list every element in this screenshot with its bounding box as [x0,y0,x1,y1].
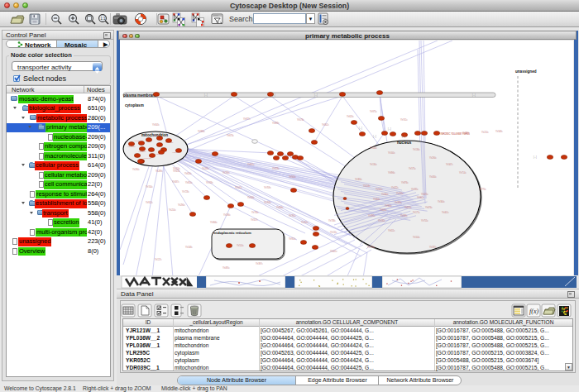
svg-text:Ylr951c: Ylr951c [289,237,296,241]
svg-text:Ylr510c: Ylr510c [237,244,244,247]
svg-text:cytoplasm: cytoplasm [125,103,144,108]
svg-text:Ylr294c: Ylr294c [132,168,140,171]
svg-text:Ylr749c: Ylr749c [206,181,213,184]
svg-text:Ylr899c: Ylr899c [272,122,280,125]
svg-text:[...]: [...] [373,135,376,138]
svg-text:Ylr401c: Ylr401c [442,211,449,214]
svg-text:Ylr810c: Ylr810c [185,181,193,184]
svg-text:Ylr824c: Ylr824c [404,206,412,209]
svg-text:Ylr730c: Ylr730c [251,211,259,214]
svg-text:[...]: [...] [272,93,275,97]
svg-text:Ylr294c: Ylr294c [429,156,437,160]
svg-text:Ylr611c: Ylr611c [388,229,395,232]
svg-text:Ylr966c: Ylr966c [210,221,218,224]
svg-text:Ylr160c: Ylr160c [388,151,395,155]
svg-text:Ylr884c: Ylr884c [462,131,470,135]
svg-text:[...]: [...] [534,155,537,159]
svg-text:Ylr115c: Ylr115c [330,231,337,234]
svg-text:Ylr896c: Ylr896c [388,171,395,174]
svg-text:Ylr705c: Ylr705c [396,192,404,195]
svg-text:Ylr770c: Ylr770c [479,188,486,191]
svg-text:Ylr551c: Ylr551c [376,188,383,191]
svg-text:Ylr856c: Ylr856c [276,206,284,209]
svg-text:f(x): f(x) [529,308,538,315]
svg-text:Ydr529c: Ydr529c [138,151,146,153]
svg-text:Ylr625c: Ylr625c [421,193,428,196]
svg-text:Ylr769c: Ylr769c [264,201,271,204]
svg-text:Ybl045c: Ybl045c [153,134,161,136]
svg-text:Ylr422c: Ylr422c [391,186,399,189]
svg-text:Ylr929c: Ylr929c [272,167,280,170]
svg-text:Ylr562c: Ylr562c [322,123,329,127]
svg-text:endoplasmic reticulum: endoplasmic reticulum [213,231,251,235]
svg-text:plasma membrane: plasma membrane [123,93,157,98]
svg-text:Ylr576c: Ylr576c [297,118,304,122]
svg-text:Ylr960c: Ylr960c [385,204,392,208]
svg-text:Ylr130c: Ylr130c [378,219,385,222]
svg-text:Ylr290c: Ylr290c [178,203,185,207]
svg-text:Ylr192c: Ylr192c [223,171,230,174]
svg-text:Ylr962c: Ylr962c [417,196,424,199]
svg-text:unassigned: unassigned [515,69,537,74]
svg-text:Ylr765c: Ylr765c [289,214,296,218]
svg-text:Ylr744c: Ylr744c [146,185,153,189]
svg-text:Ylr210c: Ylr210c [169,208,176,212]
svg-text:Ylr360c: Ylr360c [381,193,389,196]
svg-text:Ylr289c: Ylr289c [156,170,163,173]
svg-text:Ylr187c: Ylr187c [429,246,437,249]
svg-text:Ylr335c: Ylr335c [411,188,419,191]
svg-text:Ylr641c: Ylr641c [330,250,337,253]
svg-text:[...]: [...] [314,93,318,97]
svg-text:Ylr210c: Ylr210c [481,131,489,134]
svg-text:Yel024w: Yel024w [134,140,142,142]
svg-text:Ylr709c: Ylr709c [264,186,271,189]
svg-text:Yor065w: Yor065w [127,146,136,148]
svg-text:Ylr620c: Ylr620c [347,115,354,118]
svg-text:Ylr912c: Ylr912c [146,201,153,204]
svg-text:Ylr568c: Ylr568c [495,130,503,133]
svg-text:Ylr701c: Ylr701c [400,118,408,122]
svg-text:Ylr261c: Ylr261c [301,221,309,224]
svg-text:Ylr631c: Ylr631c [380,208,387,212]
svg-text:Ylr575c: Ylr575c [409,167,416,170]
svg-text:[...]: [...] [204,93,208,97]
svg-text:Ylr410c: Ylr410c [173,167,180,170]
svg-text:Yjl166w: Yjl166w [172,151,179,154]
svg-text:[...]: [...] [388,127,391,131]
svg-text:Ylr434c: Ylr434c [429,175,437,179]
svg-text:Ylr563c: Ylr563c [152,123,160,127]
svg-text:1:1: 1:1 [100,17,106,21]
svg-text:Ylr397c: Ylr397c [256,262,263,265]
svg-text:Ylr516c: Ylr516c [363,184,371,188]
svg-text:Ylr245c: Ylr245c [202,167,209,170]
svg-text:Ylr738c: Ylr738c [328,219,336,222]
svg-text:Ylr587c: Ylr587c [172,180,179,184]
svg-text:Ylr755c: Ylr755c [421,219,428,222]
svg-text:Ylr142c: Ylr142c [235,186,242,189]
svg-text:Ylr339c: Ylr339c [400,214,408,218]
svg-text:Ylr171c: Ylr171c [413,211,420,214]
svg-text:Ylr876c: Ylr876c [401,181,409,184]
svg-text:Ylr300c: Ylr300c [438,200,445,203]
svg-text:Ylr563c: Ylr563c [247,196,255,199]
svg-text:Ylr728c: Ylr728c [182,190,189,194]
svg-text:Ylr673c: Ylr673c [227,134,234,137]
svg-text:Ylr624c: Ylr624c [184,172,192,175]
svg-text:Ylr130c: Ylr130c [370,163,377,166]
svg-text:Ylr347c: Ylr347c [446,163,453,166]
svg-text:[...]: [...] [402,135,405,138]
svg-text:Ylr164c: Ylr164c [370,146,377,150]
svg-text:Ylr395c: Ylr395c [368,214,376,218]
svg-text:Ylr384c: Ylr384c [355,178,362,181]
svg-text:Ylr136c: Ylr136c [413,148,420,151]
svg-text:Ylr651c: Ylr651c [247,163,255,166]
svg-text:Ylr495c: Ylr495c [223,266,230,270]
svg-text:Ylr977c: Ylr977c [243,117,251,121]
svg-text:Ylr714c: Ylr714c [459,171,467,174]
svg-text:Ylr778c: Ylr778c [367,246,375,249]
svg-text:[...]: [...] [359,127,362,130]
svg-text:Ylr104c: Ylr104c [413,236,420,239]
svg-text:[...]: [...] [472,93,476,97]
svg-text:Ylr196c: Ylr196c [223,213,231,217]
svg-text:Ylr557c: Ylr557c [251,218,258,222]
